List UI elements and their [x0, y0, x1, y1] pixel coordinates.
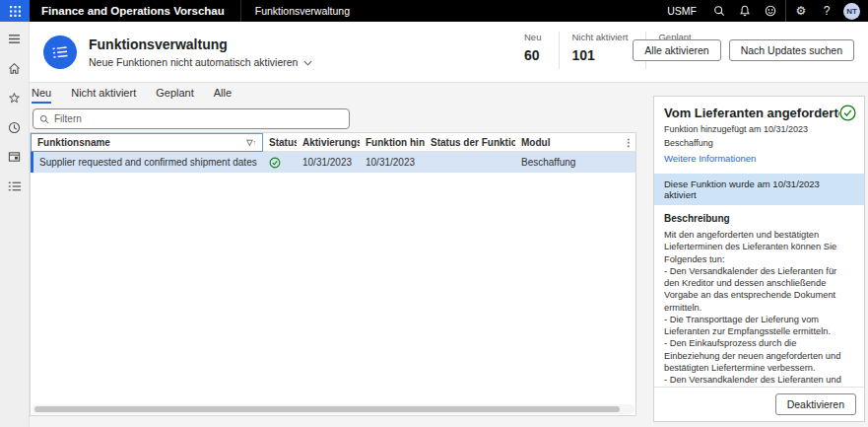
filter-sort-icon[interactable]: ▽↑	[246, 138, 256, 147]
nav-sidebar	[0, 22, 30, 427]
filter-box	[33, 108, 350, 129]
favorites-star-icon[interactable]	[4, 89, 26, 107]
feature-added-date: Funktion hinzugefügt am 10/31/2023	[664, 124, 854, 134]
stat-new: Neu 60	[512, 30, 559, 63]
feature-description: Mit den angeforderten und bestätigten Li…	[664, 229, 854, 387]
column-header-status-der-funktion[interactable]: Status der Funktion	[425, 137, 515, 148]
column-header-status[interactable]: Status	[263, 137, 297, 148]
cell-status	[263, 157, 297, 169]
feature-detail-panel: Vom Lieferanten angeforderte und be... F…	[653, 96, 865, 422]
expand-menu-icon[interactable]	[4, 30, 26, 47]
status-enabled-check-icon	[269, 157, 281, 169]
cell-aktivierungsdatum: 10/31/2023	[297, 157, 360, 168]
topbar-page-name: Funktionsverwaltung	[241, 5, 364, 17]
activate-all-button[interactable]: Alle aktivieren	[633, 39, 720, 61]
auto-activate-dropdown[interactable]: Neue Funktionen nicht automatisch aktivi…	[89, 56, 312, 68]
tab-alle[interactable]: Alle	[214, 87, 232, 104]
tab-neu[interactable]: Neu	[32, 87, 51, 104]
feature-management-icon	[43, 36, 77, 69]
view-tabs: Neu Nicht aktiviert Geplant Alle	[32, 87, 232, 104]
workspaces-icon[interactable]	[4, 148, 26, 166]
table-row[interactable]: Supplier requested and confirmed shipmen…	[31, 152, 635, 173]
column-header-funktion-hinzugefuegt[interactable]: Funktion hinz... ▽↑	[360, 137, 425, 148]
filter-input[interactable]	[54, 113, 343, 124]
topbar-icon-separator	[785, 0, 786, 22]
check-updates-button[interactable]: Nach Updates suchen	[729, 39, 854, 61]
waffle-menu-icon[interactable]	[0, 0, 30, 22]
horizontal-scrollbar	[32, 404, 634, 414]
activation-banner: Diese Funktion wurde am 10/31/2023 aktiv…	[654, 174, 864, 205]
tab-nicht-aktiviert[interactable]: Nicht aktiviert	[71, 87, 136, 104]
cell-funktionsname[interactable]: Supplier requested and confirmed shipmen…	[33, 157, 263, 168]
auto-activate-label: Neue Funktionen nicht automatisch aktivi…	[89, 56, 298, 68]
chevron-down-icon	[303, 56, 312, 68]
tab-geplant[interactable]: Geplant	[156, 87, 194, 104]
cell-funktion-hinzugefuegt: 10/31/2023	[360, 157, 425, 168]
filter-search-icon	[39, 110, 49, 128]
column-header-funktionsname[interactable]: Funktionsname ▽↑	[31, 133, 263, 152]
page-title: Funktionsverwaltung	[89, 36, 312, 52]
deactivate-button[interactable]: Deaktivieren	[775, 393, 856, 415]
search-icon[interactable]	[706, 0, 732, 22]
notifications-bell-icon[interactable]	[732, 0, 758, 22]
more-information-link[interactable]: Weitere Informationen	[664, 153, 756, 164]
column-header-aktivierungsdatum[interactable]: Aktivierungsdatum	[297, 137, 360, 148]
home-icon[interactable]	[4, 59, 26, 77]
column-header-modul[interactable]: Modul	[515, 137, 622, 148]
description-heading: Beschreibung	[664, 213, 854, 224]
grid-header-row: Funktionsname ▽↑ Status Aktivierungsdatu…	[31, 133, 635, 152]
modules-list-icon[interactable]	[4, 178, 26, 195]
settings-gear-icon[interactable]: ⚙	[788, 0, 814, 22]
recent-clock-icon[interactable]	[4, 118, 26, 136]
feedback-smiley-icon[interactable]	[758, 0, 783, 22]
feature-title: Vom Lieferanten angeforderte und be...	[664, 106, 839, 120]
page-header: Funktionsverwaltung Neue Funktionen nich…	[30, 22, 868, 83]
app-title[interactable]: Finance and Operations Vorschau	[30, 5, 240, 17]
feature-enabled-check-icon	[839, 105, 856, 121]
horizontal-scrollbar-thumb[interactable]	[34, 406, 620, 412]
feature-module: Beschaffung	[664, 138, 854, 148]
cell-modul: Beschaffung	[515, 157, 635, 168]
help-icon[interactable]: ?	[814, 0, 839, 22]
company-selector[interactable]: USMF	[657, 5, 706, 17]
grid-more-options-icon[interactable]: ⋮	[622, 137, 635, 148]
features-grid: Funktionsname ▽↑ Status Aktivierungsdatu…	[30, 132, 636, 416]
top-bar: Finance and Operations Vorschau Funktion…	[0, 0, 868, 22]
user-avatar[interactable]: NT	[843, 3, 860, 20]
grid-empty-area	[31, 173, 635, 404]
